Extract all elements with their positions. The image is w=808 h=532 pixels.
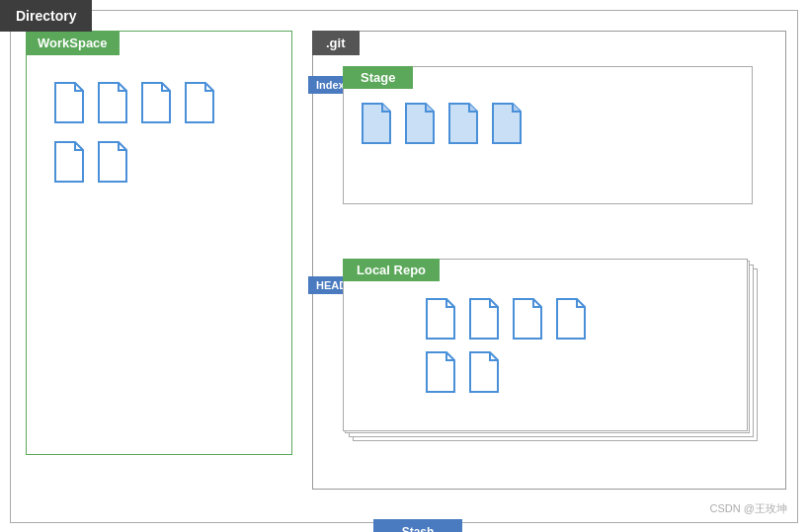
local-file-1 [423,297,458,341]
workspace-files-row1 [51,81,267,124]
workspace-file-4 [182,81,217,124]
local-repo-files-row1 [423,297,732,341]
watermark: CSDN @王玫坤 [710,501,787,516]
workspace-file-3 [138,81,174,124]
local-file-4 [553,297,589,341]
stage-panel: Stage [343,66,753,204]
workspace-files-row2 [51,140,267,184]
stage-file-4 [489,102,525,145]
title-bar: Directory [0,0,92,32]
workspace-file-5 [51,140,87,184]
stage-file-3 [445,102,481,145]
local-repo-files-row2 [423,350,732,394]
local-file-2 [466,297,502,341]
local-file-3 [510,297,545,341]
stage-file-2 [402,102,438,145]
git-panel: .git Index Stage [312,31,786,490]
local-repo-label: Local Repo [343,259,440,281]
stash-panel: Stash stash@{0} stash@{1} ...... ...... … [373,519,462,532]
workspace-panel: WorkSpace [26,31,292,455]
stash-header: Stash [374,520,461,532]
workspace-file-1 [51,81,87,124]
workspace-label: WorkSpace [26,31,120,55]
git-label: .git [312,31,360,55]
stage-label: Stage [343,66,413,89]
local-repo-card-front: Local Repo Stash stash@{0} stash@{1} ...… [343,259,748,431]
local-repo-stack: Local Repo Stash stash@{0} stash@{1} ...… [343,259,753,451]
title-text: Directory [16,8,76,24]
workspace-file-2 [95,81,130,124]
local-file-6 [466,350,502,394]
stage-file-1 [359,102,394,145]
workspace-files-area [27,32,291,198]
main-container: WorkSpace [10,10,798,523]
local-file-5 [423,350,458,394]
workspace-file-6 [95,140,130,184]
